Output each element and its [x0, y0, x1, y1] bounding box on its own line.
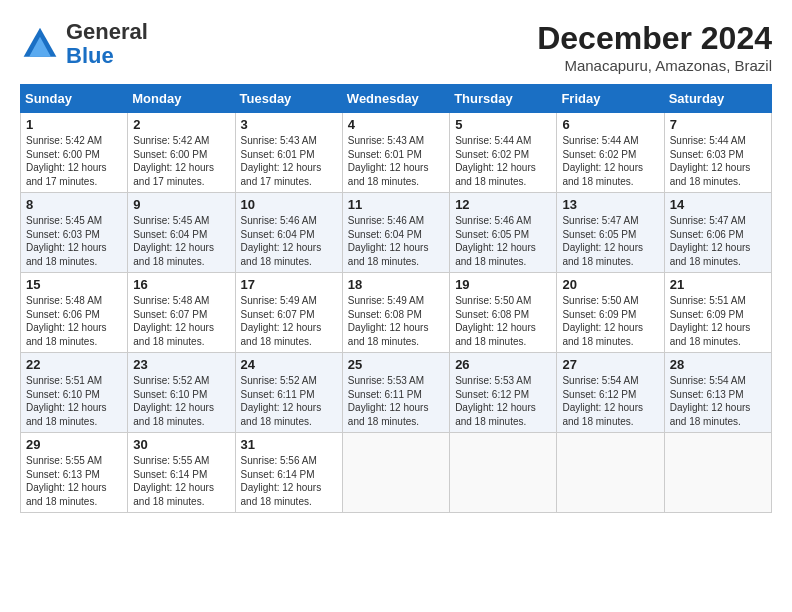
empty-cell: [664, 433, 771, 513]
day-info: Sunrise: 5:47 AMSunset: 6:06 PMDaylight:…: [670, 215, 751, 267]
day-number: 20: [562, 277, 658, 292]
day-number: 8: [26, 197, 122, 212]
calendar-day-cell: 18 Sunrise: 5:49 AMSunset: 6:08 PMDaylig…: [342, 273, 449, 353]
day-number: 29: [26, 437, 122, 452]
calendar-day-cell: 9 Sunrise: 5:45 AMSunset: 6:04 PMDayligh…: [128, 193, 235, 273]
calendar-day-cell: 29 Sunrise: 5:55 AMSunset: 6:13 PMDaylig…: [21, 433, 128, 513]
weekday-header-wednesday: Wednesday: [342, 85, 449, 113]
day-info: Sunrise: 5:52 AMSunset: 6:11 PMDaylight:…: [241, 375, 322, 427]
day-number: 19: [455, 277, 551, 292]
calendar-day-cell: 14 Sunrise: 5:47 AMSunset: 6:06 PMDaylig…: [664, 193, 771, 273]
day-info: Sunrise: 5:56 AMSunset: 6:14 PMDaylight:…: [241, 455, 322, 507]
day-info: Sunrise: 5:46 AMSunset: 6:05 PMDaylight:…: [455, 215, 536, 267]
day-number: 5: [455, 117, 551, 132]
day-info: Sunrise: 5:50 AMSunset: 6:09 PMDaylight:…: [562, 295, 643, 347]
weekday-header-row: SundayMondayTuesdayWednesdayThursdayFrid…: [21, 85, 772, 113]
day-number: 23: [133, 357, 229, 372]
empty-cell: [557, 433, 664, 513]
day-number: 7: [670, 117, 766, 132]
title-block: December 2024 Manacapuru, Amazonas, Braz…: [537, 20, 772, 74]
day-info: Sunrise: 5:53 AMSunset: 6:11 PMDaylight:…: [348, 375, 429, 427]
day-info: Sunrise: 5:53 AMSunset: 6:12 PMDaylight:…: [455, 375, 536, 427]
calendar-day-cell: 11 Sunrise: 5:46 AMSunset: 6:04 PMDaylig…: [342, 193, 449, 273]
calendar-week-row: 22 Sunrise: 5:51 AMSunset: 6:10 PMDaylig…: [21, 353, 772, 433]
logo: General Blue: [20, 20, 148, 68]
weekday-header-monday: Monday: [128, 85, 235, 113]
day-number: 2: [133, 117, 229, 132]
day-number: 26: [455, 357, 551, 372]
day-number: 25: [348, 357, 444, 372]
day-number: 17: [241, 277, 337, 292]
calendar-day-cell: 26 Sunrise: 5:53 AMSunset: 6:12 PMDaylig…: [450, 353, 557, 433]
day-number: 11: [348, 197, 444, 212]
calendar-day-cell: 15 Sunrise: 5:48 AMSunset: 6:06 PMDaylig…: [21, 273, 128, 353]
calendar-week-row: 1 Sunrise: 5:42 AMSunset: 6:00 PMDayligh…: [21, 113, 772, 193]
calendar-day-cell: 23 Sunrise: 5:52 AMSunset: 6:10 PMDaylig…: [128, 353, 235, 433]
day-number: 9: [133, 197, 229, 212]
day-info: Sunrise: 5:52 AMSunset: 6:10 PMDaylight:…: [133, 375, 214, 427]
logo-icon: [20, 24, 60, 64]
calendar-day-cell: 6 Sunrise: 5:44 AMSunset: 6:02 PMDayligh…: [557, 113, 664, 193]
weekday-header-thursday: Thursday: [450, 85, 557, 113]
calendar-day-cell: 8 Sunrise: 5:45 AMSunset: 6:03 PMDayligh…: [21, 193, 128, 273]
day-number: 21: [670, 277, 766, 292]
calendar-day-cell: 19 Sunrise: 5:50 AMSunset: 6:08 PMDaylig…: [450, 273, 557, 353]
day-info: Sunrise: 5:55 AMSunset: 6:14 PMDaylight:…: [133, 455, 214, 507]
day-number: 6: [562, 117, 658, 132]
day-info: Sunrise: 5:48 AMSunset: 6:07 PMDaylight:…: [133, 295, 214, 347]
day-info: Sunrise: 5:45 AMSunset: 6:04 PMDaylight:…: [133, 215, 214, 267]
day-info: Sunrise: 5:45 AMSunset: 6:03 PMDaylight:…: [26, 215, 107, 267]
page-header: General Blue December 2024 Manacapuru, A…: [20, 20, 772, 74]
month-title: December 2024: [537, 20, 772, 57]
empty-cell: [450, 433, 557, 513]
logo-text: General Blue: [66, 20, 148, 68]
calendar-day-cell: 28 Sunrise: 5:54 AMSunset: 6:13 PMDaylig…: [664, 353, 771, 433]
day-info: Sunrise: 5:46 AMSunset: 6:04 PMDaylight:…: [241, 215, 322, 267]
calendar-day-cell: 24 Sunrise: 5:52 AMSunset: 6:11 PMDaylig…: [235, 353, 342, 433]
day-info: Sunrise: 5:54 AMSunset: 6:12 PMDaylight:…: [562, 375, 643, 427]
day-number: 13: [562, 197, 658, 212]
calendar-day-cell: 31 Sunrise: 5:56 AMSunset: 6:14 PMDaylig…: [235, 433, 342, 513]
calendar-day-cell: 25 Sunrise: 5:53 AMSunset: 6:11 PMDaylig…: [342, 353, 449, 433]
day-number: 15: [26, 277, 122, 292]
day-info: Sunrise: 5:47 AMSunset: 6:05 PMDaylight:…: [562, 215, 643, 267]
day-info: Sunrise: 5:42 AMSunset: 6:00 PMDaylight:…: [26, 135, 107, 187]
day-info: Sunrise: 5:51 AMSunset: 6:10 PMDaylight:…: [26, 375, 107, 427]
day-info: Sunrise: 5:48 AMSunset: 6:06 PMDaylight:…: [26, 295, 107, 347]
calendar-week-row: 15 Sunrise: 5:48 AMSunset: 6:06 PMDaylig…: [21, 273, 772, 353]
calendar-day-cell: 13 Sunrise: 5:47 AMSunset: 6:05 PMDaylig…: [557, 193, 664, 273]
day-number: 14: [670, 197, 766, 212]
day-info: Sunrise: 5:55 AMSunset: 6:13 PMDaylight:…: [26, 455, 107, 507]
day-info: Sunrise: 5:50 AMSunset: 6:08 PMDaylight:…: [455, 295, 536, 347]
location: Manacapuru, Amazonas, Brazil: [537, 57, 772, 74]
day-info: Sunrise: 5:54 AMSunset: 6:13 PMDaylight:…: [670, 375, 751, 427]
weekday-header-sunday: Sunday: [21, 85, 128, 113]
day-info: Sunrise: 5:44 AMSunset: 6:02 PMDaylight:…: [455, 135, 536, 187]
calendar-day-cell: 30 Sunrise: 5:55 AMSunset: 6:14 PMDaylig…: [128, 433, 235, 513]
calendar-day-cell: 2 Sunrise: 5:42 AMSunset: 6:00 PMDayligh…: [128, 113, 235, 193]
calendar-week-row: 8 Sunrise: 5:45 AMSunset: 6:03 PMDayligh…: [21, 193, 772, 273]
day-number: 27: [562, 357, 658, 372]
calendar-day-cell: 21 Sunrise: 5:51 AMSunset: 6:09 PMDaylig…: [664, 273, 771, 353]
weekday-header-saturday: Saturday: [664, 85, 771, 113]
weekday-header-tuesday: Tuesday: [235, 85, 342, 113]
weekday-header-friday: Friday: [557, 85, 664, 113]
day-number: 31: [241, 437, 337, 452]
day-info: Sunrise: 5:43 AMSunset: 6:01 PMDaylight:…: [348, 135, 429, 187]
calendar-day-cell: 12 Sunrise: 5:46 AMSunset: 6:05 PMDaylig…: [450, 193, 557, 273]
calendar-day-cell: 7 Sunrise: 5:44 AMSunset: 6:03 PMDayligh…: [664, 113, 771, 193]
calendar-day-cell: 22 Sunrise: 5:51 AMSunset: 6:10 PMDaylig…: [21, 353, 128, 433]
calendar-table: SundayMondayTuesdayWednesdayThursdayFrid…: [20, 84, 772, 513]
day-number: 18: [348, 277, 444, 292]
calendar-week-row: 29 Sunrise: 5:55 AMSunset: 6:13 PMDaylig…: [21, 433, 772, 513]
day-number: 4: [348, 117, 444, 132]
day-info: Sunrise: 5:43 AMSunset: 6:01 PMDaylight:…: [241, 135, 322, 187]
day-number: 3: [241, 117, 337, 132]
day-number: 28: [670, 357, 766, 372]
day-info: Sunrise: 5:44 AMSunset: 6:02 PMDaylight:…: [562, 135, 643, 187]
calendar-day-cell: 16 Sunrise: 5:48 AMSunset: 6:07 PMDaylig…: [128, 273, 235, 353]
calendar-day-cell: 17 Sunrise: 5:49 AMSunset: 6:07 PMDaylig…: [235, 273, 342, 353]
day-number: 1: [26, 117, 122, 132]
day-number: 24: [241, 357, 337, 372]
day-info: Sunrise: 5:46 AMSunset: 6:04 PMDaylight:…: [348, 215, 429, 267]
